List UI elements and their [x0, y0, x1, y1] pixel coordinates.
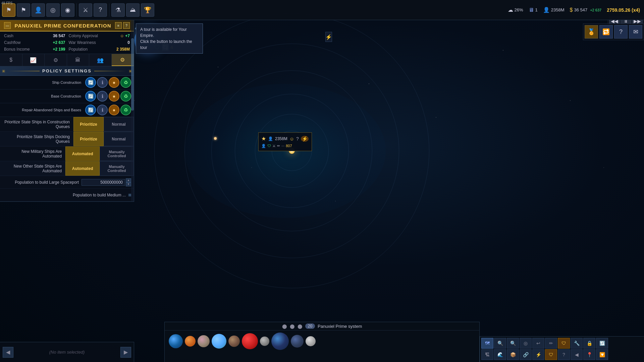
- nav-next-btn[interactable]: ▶: [120, 347, 131, 358]
- pin-btn[interactable]: 📍: [583, 349, 595, 360]
- repair-priority-icon[interactable]: ●: [109, 105, 119, 115]
- refresh-btn[interactable]: 🔃: [596, 338, 608, 349]
- system-name: Panuxiel Prime system: [318, 324, 362, 329]
- empire-plus-btn[interactable]: ≡: [115, 22, 122, 29]
- prioritize-docking-btn1[interactable]: Prioritize: [73, 132, 104, 146]
- ship-construction-row: Ship Construction 🔄 ℹ ● ♻: [0, 76, 134, 89]
- build-btn[interactable]: 🏗: [481, 349, 493, 360]
- other-auto-btn1[interactable]: Automated: [65, 161, 100, 176]
- mail-action-btn[interactable]: ✉: [629, 25, 642, 39]
- question-icon-btn[interactable]: ?: [94, 3, 107, 17]
- link-btn[interactable]: 🔗: [520, 349, 532, 360]
- ship-recycle-icon[interactable]: ♻: [120, 77, 131, 88]
- zoom-out-btn[interactable]: 🔍: [507, 338, 519, 349]
- prioritize-construction-btn2[interactable]: Normal: [104, 117, 134, 131]
- planet-6[interactable]: [242, 333, 258, 349]
- gold-action-btn[interactable]: 🏅: [585, 25, 598, 39]
- repair-info-icon[interactable]: ℹ: [97, 105, 108, 115]
- edit-btn[interactable]: ✏: [545, 338, 557, 349]
- nav-prev-btn[interactable]: ◀: [3, 347, 13, 358]
- cycle-action-btn[interactable]: 🔁: [599, 25, 613, 39]
- military-auto-btn1[interactable]: Automated: [65, 146, 100, 161]
- repair-recycle-icon[interactable]: ♻: [120, 105, 131, 115]
- tab-income[interactable]: $: [0, 54, 22, 66]
- military-auto-btn2[interactable]: Manually Controlled: [100, 146, 134, 161]
- planet-3[interactable]: [198, 335, 210, 347]
- sword-icon-btn[interactable]: ⚔: [79, 3, 92, 17]
- empire-icon-btn[interactable]: ⚑: [2, 3, 15, 17]
- shield2-btn[interactable]: 🛡: [545, 349, 557, 360]
- system-icon2: ⬤: [290, 324, 295, 329]
- planet-4[interactable]: [212, 334, 226, 349]
- help-action-btn[interactable]: ?: [614, 25, 628, 39]
- panel-scrollbar[interactable]: [131, 20, 134, 201]
- cycle-btn[interactable]: ↩: [532, 338, 544, 349]
- planet-5[interactable]: [228, 336, 240, 347]
- ship-info-icon[interactable]: ℹ: [97, 77, 108, 88]
- empire-minus-btn[interactable]: —: [4, 22, 11, 29]
- view-btn[interactable]: ◎: [520, 338, 532, 349]
- spaceport-down-btn[interactable]: ▼: [126, 182, 131, 186]
- large-spaceport-row: Population to build Large Spaceport ▲ ▼: [0, 176, 134, 189]
- flask-icon-btn[interactable]: ⚗: [111, 3, 125, 17]
- flag-icon-btn[interactable]: ⚑: [17, 3, 30, 17]
- zoom-in-btn[interactable]: 🔍: [494, 338, 506, 349]
- map-btn[interactable]: 🗺: [481, 338, 493, 349]
- globe-icon-btn[interactable]: ◉: [61, 3, 74, 17]
- money-icon: $: [570, 7, 573, 13]
- trophy-icon-btn[interactable]: 🏆: [141, 3, 154, 17]
- lock-btn[interactable]: 🔒: [583, 338, 595, 349]
- tab-settings[interactable]: ⚙: [45, 54, 67, 66]
- tab-people[interactable]: 👥: [89, 54, 112, 66]
- base-recycle-icon[interactable]: ♻: [120, 91, 131, 102]
- tab-policy[interactable]: ⚙: [112, 54, 134, 66]
- prioritize-docking-controls: Prioritize Normal: [73, 132, 134, 146]
- scrollbar-thumb[interactable]: [131, 38, 134, 111]
- base-auto-icon[interactable]: 🔄: [85, 91, 96, 102]
- other-auto-btn2[interactable]: Manually Controlled: [100, 161, 134, 176]
- cash-amount: 36 547: [53, 34, 65, 38]
- base-priority-icon[interactable]: ●: [109, 91, 119, 102]
- cash-value: 36 547: [574, 7, 587, 12]
- divider-2: [109, 3, 109, 17]
- large-spaceport-input[interactable]: [82, 179, 125, 186]
- top-icon-group: ⚑ ⚑ 👤 ◎ ◉ ⚔ ? ⚗ ⛰ 🏆: [0, 3, 156, 17]
- camera-icon-btn[interactable]: ◎: [46, 3, 60, 17]
- top-right-stats: ☁ 26% 🖥 1 👤 2358M $ 36 547 +2 637 2759.0…: [508, 7, 644, 13]
- prioritize-docking-btn2[interactable]: Normal: [104, 132, 134, 146]
- lightning-icon: ⚡: [325, 34, 332, 40]
- orbit-planet[interactable]: [214, 137, 217, 140]
- person-icon: 👤: [543, 7, 550, 13]
- prioritize-construction-btn1[interactable]: Prioritize: [73, 117, 104, 131]
- people-icon-btn[interactable]: 👤: [32, 3, 45, 17]
- repair-auto-icon[interactable]: 🔄: [85, 105, 96, 115]
- planet-7[interactable]: [260, 337, 269, 346]
- help-tool-btn[interactable]: ?: [558, 349, 570, 360]
- ship-auto-icon[interactable]: 🔄: [85, 77, 96, 88]
- tab-growth[interactable]: 📈: [22, 54, 45, 66]
- wrench-btn[interactable]: 🔧: [571, 338, 583, 349]
- down-btn[interactable]: 🔽: [596, 349, 608, 360]
- planet-1[interactable]: [169, 334, 183, 348]
- ship-priority-icon[interactable]: ●: [109, 77, 119, 88]
- tab-buildings[interactable]: 🏛: [67, 54, 90, 66]
- lightning-btn[interactable]: ⚡: [532, 349, 544, 360]
- population-value: 2358M: [551, 7, 565, 12]
- shield-tool-btn[interactable]: 🛡: [558, 338, 570, 349]
- planet-8[interactable]: [271, 333, 289, 350]
- mountain-icon-btn[interactable]: ⛰: [126, 3, 140, 17]
- box-btn[interactable]: 📦: [507, 349, 519, 360]
- base-info-icon[interactable]: ℹ: [97, 91, 108, 102]
- tooltip-line1: A tour is available for Your Empire.: [140, 26, 199, 39]
- planet-9[interactable]: [291, 335, 304, 348]
- policy-line-right: [94, 71, 126, 71]
- base-construction-icons: 🔄 ℹ ● ♻: [85, 91, 131, 102]
- popup-person2-icon: 👤: [261, 144, 266, 148]
- empire-help-btn[interactable]: ?: [123, 22, 130, 29]
- back-btn[interactable]: ◀: [571, 349, 583, 360]
- planet-10[interactable]: [306, 336, 316, 346]
- planet-2[interactable]: [185, 336, 196, 347]
- wave-btn[interactable]: 🌊: [494, 349, 506, 360]
- spaceport-up-btn[interactable]: ▲: [126, 178, 131, 182]
- military-auto-label: New Military Ships Are Automated: [0, 146, 65, 161]
